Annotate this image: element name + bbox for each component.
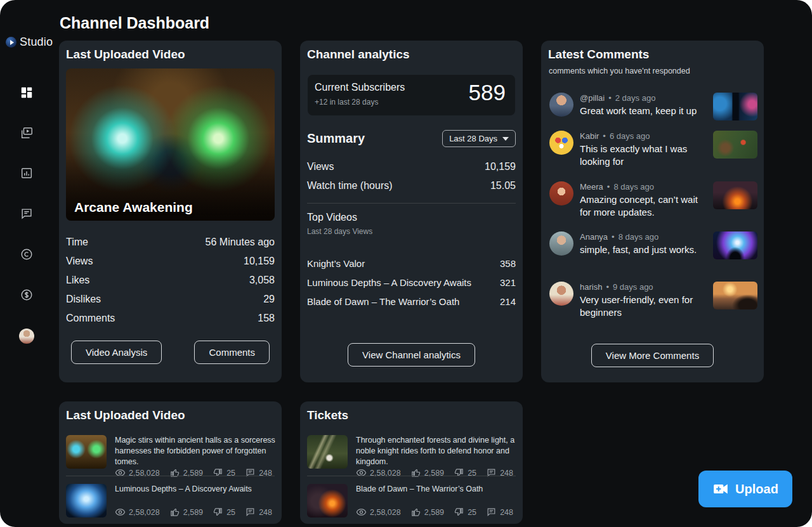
view-channel-analytics-button[interactable]: View Channel analytics <box>348 343 475 367</box>
thumbs-up-icon <box>410 507 421 517</box>
eye-icon <box>356 507 367 517</box>
top-video-views: 321 <box>500 277 516 288</box>
divider <box>307 203 516 204</box>
thumbs-up-icon <box>169 507 180 517</box>
top-video-title: Luminous Depths – A Discovery Awaits <box>307 277 471 288</box>
date-range-value: Last 28 Days <box>449 134 497 143</box>
commenter-avatar <box>549 231 573 256</box>
stat-label: Likes <box>66 275 89 286</box>
views-stat: 2,58,028 <box>115 507 160 517</box>
commenter-name: harish <box>580 282 602 292</box>
comment-video-thumbnail[interactable] <box>713 93 757 120</box>
latest-comments-card: Latest Comments comments which you have'… <box>541 41 764 382</box>
stat-row-dislikes: Dislikes29 <box>66 290 275 309</box>
ticket-list-item[interactable]: Blade of Dawn – The Warrior’s Oath 2,58,… <box>307 484 516 518</box>
dislikes-count: 25 <box>226 508 235 517</box>
likes-count: 2,589 <box>424 508 444 517</box>
comment-video-thumbnail[interactable] <box>713 181 757 209</box>
view-more-comments-button[interactable]: View More Comments <box>591 344 714 367</box>
video-thumbnail[interactable] <box>307 484 348 517</box>
current-subscribers-box: Current Subscribers +12 in last 28 days … <box>308 75 515 115</box>
eye-icon <box>115 507 126 517</box>
sidebar-item-comments[interactable] <box>20 207 34 221</box>
sidebar-item-monetization[interactable] <box>20 288 34 302</box>
sidebar-item-analytics[interactable] <box>20 166 34 180</box>
dislikes-stat: 25 <box>454 467 476 478</box>
video-thumbnail[interactable] <box>307 435 348 469</box>
bar-chart-icon <box>20 166 34 180</box>
thumbs-up-icon <box>410 467 421 478</box>
summary-title: Summary <box>307 131 365 146</box>
dashboard-grid-icon <box>20 86 34 100</box>
likes-stat: 2,589 <box>410 467 444 478</box>
video-description: Magic stirs within ancient halls as a so… <box>115 435 275 467</box>
top-video-row[interactable]: Blade of Dawn – The Warrior’s Oath214 <box>307 292 516 311</box>
top-video-row[interactable]: Knight’s Valor358 <box>307 254 516 273</box>
comment-video-thumbnail[interactable] <box>713 131 757 159</box>
comment-video-thumbnail[interactable] <box>713 282 757 309</box>
comment-item[interactable]: @pillai•2 days ago Great work team, keep… <box>549 93 757 120</box>
stat-label: Time <box>66 237 88 248</box>
video-title-overlay: Arcane Awakening <box>74 200 193 215</box>
card-title: Tickets <box>307 408 348 422</box>
channel-dashboard-page: Studio Channel Dashboard Last Uploaded V… <box>0 0 812 527</box>
user-avatar[interactable] <box>19 329 34 344</box>
ticket-list-item[interactable]: Through enchanted forests and divine lig… <box>307 435 516 469</box>
sidebar-item-dashboard[interactable] <box>20 86 34 100</box>
comments-count: 248 <box>259 508 272 517</box>
video-stats-row: 2,58,028 2,589 25 248 <box>115 507 272 517</box>
eye-icon <box>356 467 367 478</box>
dislikes-count: 25 <box>468 508 476 517</box>
top-videos-subtitle: Last 28 days Views <box>307 227 372 236</box>
views-stat: 2,58,028 <box>356 467 401 478</box>
comment-text: simple, fast, and just works. <box>580 244 707 256</box>
comment-item[interactable]: Meera•8 days ago Amazing concept, can’t … <box>549 181 757 219</box>
comments-button[interactable]: Comments <box>194 341 270 364</box>
comment-time: 8 days ago <box>613 182 654 192</box>
thumbs-down-icon <box>454 507 464 517</box>
summary-label: Watch time (hours) <box>307 180 393 192</box>
comment-icon <box>245 507 256 517</box>
comment-text: Amazing concept, can’t wait for more upd… <box>580 193 707 219</box>
video-thumbnail[interactable]: Arcane Awakening <box>66 68 275 221</box>
card-title: Last Uploaded Video <box>66 48 185 62</box>
video-analysis-button[interactable]: Video Analysis <box>71 341 162 364</box>
studio-logo[interactable]: Studio <box>6 36 53 49</box>
upload-button[interactable]: Upload <box>698 471 792 507</box>
chevron-down-icon <box>502 137 509 141</box>
top-video-views: 358 <box>500 258 516 269</box>
comment-item[interactable]: Ananya•8 days ago simple, fast, and just… <box>549 231 757 259</box>
subscribers-delta: +12 in last 28 days <box>315 98 378 107</box>
video-list-item[interactable]: Magic stirs within ancient halls as a so… <box>66 435 275 469</box>
comment-item[interactable]: harish•9 days ago Very user-friendly, ev… <box>549 282 757 319</box>
video-list-item[interactable]: Luminous Depths – A Discovery Awaits 2,5… <box>66 484 275 518</box>
dollar-icon <box>20 288 34 302</box>
comment-text: This is exactly what I was looking for <box>580 143 707 168</box>
comment-icon <box>245 467 256 478</box>
comments-subtitle: comments which you have'nt responded <box>549 67 690 75</box>
commenter-name: Meera <box>580 182 603 192</box>
video-description: Through enchanted forests and divine lig… <box>356 435 516 467</box>
sidebar-item-content[interactable] <box>20 126 34 140</box>
date-range-dropdown[interactable]: Last 28 Days <box>442 130 516 147</box>
sidebar-item-copyright[interactable] <box>20 247 34 261</box>
video-thumbnail[interactable] <box>66 484 107 517</box>
stat-row-views: Views10,159 <box>66 252 275 271</box>
comment-item[interactable]: Kabir•6 days ago This is exactly what I … <box>549 131 757 168</box>
video-thumbnail[interactable] <box>66 435 107 469</box>
comment-time: 9 days ago <box>613 282 653 292</box>
video-stats: Time56 Minutes ago Views10,159 Likes3,05… <box>66 233 275 328</box>
top-video-title: Knight’s Valor <box>307 258 365 269</box>
dot-separator: • <box>607 182 610 192</box>
sidebar: Studio <box>0 0 55 527</box>
top-video-row[interactable]: Luminous Depths – A Discovery Awaits321 <box>307 273 516 292</box>
summary-value: 10,159 <box>485 161 516 172</box>
views-count: 2,58,028 <box>370 508 401 517</box>
dot-separator: • <box>606 282 609 292</box>
stat-row-comments: Comments158 <box>66 309 275 328</box>
channel-analytics-card: Channel analytics Current Subscribers +1… <box>300 41 523 382</box>
views-count: 2,58,028 <box>129 508 160 517</box>
studio-logo-label: Studio <box>20 36 53 49</box>
dislikes-stat: 25 <box>213 467 235 478</box>
comment-video-thumbnail[interactable] <box>713 231 757 259</box>
